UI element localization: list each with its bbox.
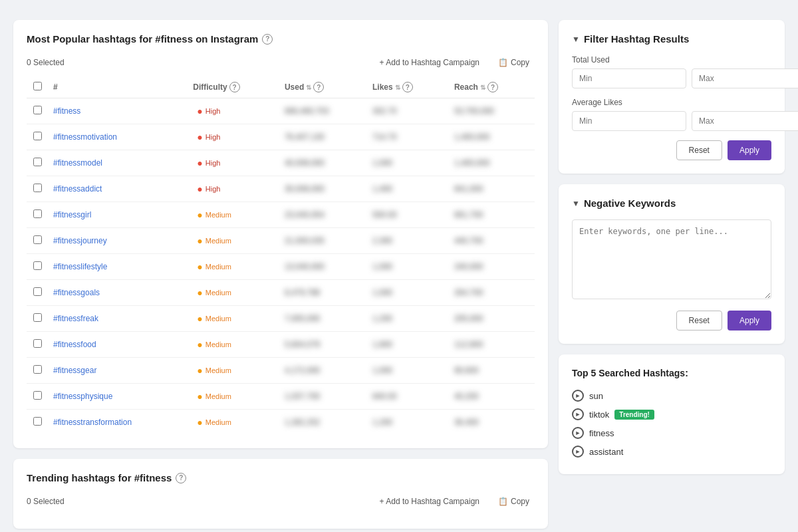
likes-value-0: 302.70 (366, 98, 448, 124)
top-hashtag-name-3[interactable]: assistant (589, 447, 623, 457)
table-row: #fitnessgear ● Medium 4,172,000 1,000 90… (27, 358, 535, 384)
hashtag-link-12[interactable]: #fitnesstransformation (53, 418, 132, 427)
copy-button-2[interactable]: 📋 Copy (493, 494, 535, 509)
reach-value-12: 36,400 (448, 410, 535, 436)
filter-apply-button[interactable]: Apply (728, 140, 771, 160)
table-row: #fitnessfreak ● Medium 7,005,000 1,200 2… (27, 306, 535, 332)
arrow-icon-2: ► (572, 427, 584, 439)
trending-help-icon[interactable]: ? (176, 473, 186, 483)
table-row: #fitness ● High 666,460,703 302.70 53,70… (27, 98, 535, 124)
col-used[interactable]: Used ⇅ ? (278, 76, 366, 98)
keywords-reset-button[interactable]: Reset (676, 311, 722, 331)
row-checkbox-1[interactable] (33, 132, 42, 140)
row-checkbox-0[interactable] (33, 106, 42, 114)
row-checkbox-4[interactable] (33, 209, 42, 218)
filter-title: ▼ Filter Hashtag Results (572, 33, 771, 45)
top-hashtag-name-0[interactable]: sun (589, 391, 603, 401)
hashtag-link-9[interactable]: #fitnessfood (53, 340, 96, 349)
likes-value-4: 500.00 (366, 202, 448, 228)
filter-chevron-icon[interactable]: ▼ (572, 35, 580, 44)
row-checkbox-9[interactable] (33, 339, 42, 348)
main-title: Most Popular hashtags for #fitness on In… (27, 33, 258, 45)
hashtag-link-2[interactable]: #fitnessmodel (53, 158, 102, 168)
copy-icon-2: 📋 (498, 497, 508, 506)
likes-value-9: 1,800 (366, 332, 448, 358)
row-checkbox-3[interactable] (33, 184, 42, 192)
used-value-2: 40,008,000 (278, 150, 366, 176)
likes-value-10: 1,000 (366, 358, 448, 384)
reach-value-0: 53,700,000 (448, 98, 535, 124)
top-hashtag-name-1[interactable]: tiktok (589, 410, 609, 420)
total-used-min-input[interactable] (572, 68, 686, 88)
col-reach[interactable]: Reach ⇅ ? (448, 76, 535, 98)
likes-value-11: 840.00 (366, 384, 448, 410)
hashtag-link-0[interactable]: #fitness (53, 106, 80, 116)
hashtag-link-10[interactable]: #fitnessgear (53, 366, 96, 375)
hashtag-link-8[interactable]: #fitnessfreak (53, 314, 98, 323)
reach-value-2: 1,400,000 (448, 150, 535, 176)
keywords-chevron-icon[interactable]: ▼ (572, 199, 580, 208)
difficulty-badge-6: ● Medium (193, 260, 235, 273)
main-help-icon[interactable]: ? (262, 34, 273, 45)
filter-title-text: Filter Hashtag Results (584, 33, 689, 45)
filter-reset-button[interactable]: Reset (676, 140, 722, 160)
difficulty-badge-8: ● Medium (193, 312, 235, 325)
likes-value-5: 2,300 (366, 228, 448, 254)
top-hashtag-name-2[interactable]: fitness (589, 428, 614, 438)
total-used-max-input[interactable] (692, 68, 798, 88)
difficulty-help-icon[interactable]: ? (229, 82, 240, 92)
reach-help-icon[interactable]: ? (487, 82, 498, 92)
avg-likes-max-input[interactable] (692, 111, 798, 131)
negative-keywords-title: ▼ Negative Keywords (572, 198, 771, 209)
copy-label-2: Copy (511, 497, 529, 506)
add-to-campaign-button-1[interactable]: + Add to Hashtag Campaign (374, 55, 485, 70)
avg-likes-min-input[interactable] (572, 111, 686, 131)
trending-title: Trending hashtags for #fitness (27, 472, 172, 483)
row-checkbox-12[interactable] (33, 417, 42, 426)
top-hashtags-title: Top 5 Searched Hashtags: (572, 368, 771, 378)
col-difficulty[interactable]: Difficulty ? (186, 76, 278, 98)
hashtag-table: # Difficulty ? Used ⇅ ? Likes ⇅ ? Reach … (27, 76, 535, 435)
hashtag-link-1[interactable]: #fitnessmotivation (53, 132, 117, 142)
row-checkbox-11[interactable] (33, 391, 42, 400)
used-help-icon[interactable]: ? (313, 82, 324, 92)
total-used-filter: Total Used (572, 55, 771, 88)
add-to-campaign-button-2[interactable]: + Add to Hashtag Campaign (374, 494, 485, 509)
reach-value-11: 40,200 (448, 384, 535, 410)
hashtag-link-3[interactable]: #fitnessaddict (53, 184, 102, 194)
difficulty-badge-4: ● Medium (193, 208, 235, 221)
row-checkbox-8[interactable] (33, 313, 42, 322)
likes-help-icon[interactable]: ? (402, 82, 413, 92)
top-hashtags-section: Top 5 Searched Hashtags: ► sun ► tiktok … (559, 354, 785, 474)
select-all-checkbox-1[interactable] (33, 82, 42, 90)
hashtag-link-5[interactable]: #fitnessjourney (53, 236, 107, 245)
keywords-apply-button[interactable]: Apply (728, 311, 771, 331)
col-hashtag: # (47, 76, 186, 98)
row-checkbox-10[interactable] (33, 365, 42, 374)
used-value-12: 1,282,252 (278, 410, 366, 436)
hashtag-link-11[interactable]: #fitnessphysique (53, 392, 112, 401)
row-checkbox-2[interactable] (33, 158, 42, 166)
row-checkbox-6[interactable] (33, 261, 42, 270)
trending-badge-1: Trending! (614, 410, 654, 420)
hashtag-link-6[interactable]: #fitnesslifestyle (53, 262, 107, 271)
copy-button-1[interactable]: 📋 Copy (493, 55, 535, 70)
avg-likes-label: Average Likes (572, 98, 771, 107)
negative-keywords-input[interactable] (572, 219, 771, 299)
top-hashtag-item-3: ► assistant (572, 442, 771, 461)
top-hashtag-item-1: ► tiktok Trending! (572, 405, 771, 424)
difficulty-badge-3: ● High (193, 182, 224, 196)
hashtag-link-7[interactable]: #fitnessgoals (53, 288, 100, 297)
avg-likes-filter: Average Likes (572, 98, 771, 131)
difficulty-badge-7: ● Medium (193, 286, 235, 299)
reach-value-4: 661,700 (448, 202, 535, 228)
hashtag-link-4[interactable]: #fitnessgirl (53, 210, 91, 219)
reach-value-3: 841,000 (448, 176, 535, 202)
used-value-8: 7,005,000 (278, 306, 366, 332)
table-row: #fitnessmotivation ● High 76,407,130 714… (27, 124, 535, 150)
row-checkbox-5[interactable] (33, 235, 42, 244)
col-likes[interactable]: Likes ⇅ ? (366, 76, 448, 98)
difficulty-badge-11: ● Medium (193, 390, 235, 403)
row-checkbox-7[interactable] (33, 287, 42, 296)
difficulty-badge-0: ● High (193, 104, 224, 118)
